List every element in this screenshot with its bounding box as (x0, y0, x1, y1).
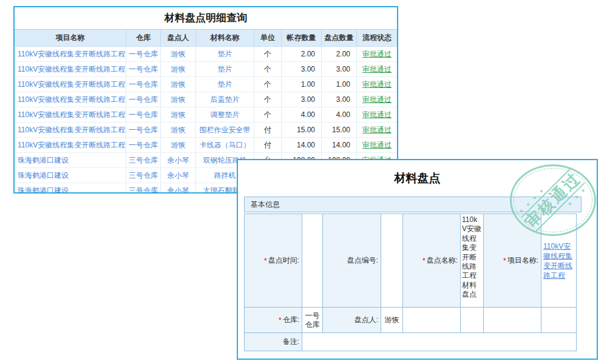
cell-project[interactable]: 110kV安徽线程集变开断线路工程 (15, 123, 126, 137)
cell-material: 围栏作业安全带 (196, 123, 254, 137)
field-inventory-name: 110kV安徽线程集变开断线路工程材料盘点 (461, 214, 484, 308)
cell-project[interactable]: 110kV安徽线程集变开断线路工程 (15, 138, 126, 152)
section-basic-info: 基本信息 (244, 197, 582, 212)
cell-count-qty: 3.00 (322, 62, 357, 76)
cell-unit: 付 (254, 123, 282, 137)
label-inventory-time-text: 盘点时间: (268, 255, 299, 266)
cell-project[interactable]: 110kV安徽线程集变开断线路工程 (15, 62, 126, 76)
cell-taker: 余小琴 (161, 153, 196, 167)
cell-status[interactable]: 审批通过 (357, 138, 397, 152)
cell-status[interactable]: 审批通过 (357, 47, 397, 61)
cell-book-qty: 15.00 (282, 123, 322, 137)
empty-cell (461, 308, 484, 333)
cell-warehouse: 一号仓库 (126, 123, 161, 137)
label-remark: 备注: (245, 333, 302, 351)
cell-unit: 个 (254, 62, 282, 76)
query-table-header-row: 项目名称 仓库 盘点人 材料名称 单位 帐存数量 盘点数量 流程状态 (15, 30, 397, 47)
column-header-material-name: 材料名称 (196, 30, 254, 46)
cell-warehouse: 一号仓库 (126, 62, 161, 76)
column-header-flow-status: 流程状态 (357, 30, 397, 46)
cell-count-qty: 2.00 (322, 47, 357, 61)
cell-count-qty: 3.00 (322, 92, 357, 107)
cell-warehouse: 三号仓库 (126, 183, 161, 194)
cell-taker: 余小琴 (161, 168, 196, 183)
cell-material: 垫片 (196, 47, 254, 61)
required-marker: * (264, 257, 267, 265)
cell-warehouse: 一号仓库 (126, 92, 161, 107)
label-inventory-code-text: 盘点编号: (347, 255, 378, 266)
basic-info-grid: * 盘点时间: 盘点编号: * 盘点名称: 110kV安徽线程集变开断线路工程材… (244, 214, 577, 351)
label-inventory-taker-text: 盘点人: (354, 315, 378, 325)
cell-taker: 游恢 (161, 47, 196, 61)
field-inventory-code[interactable] (381, 214, 403, 308)
cell-taker: 游恢 (161, 92, 196, 107)
cell-taker: 游恢 (161, 107, 196, 122)
cell-count-qty: 15.00 (322, 123, 357, 137)
cell-warehouse: 一号仓库 (126, 138, 161, 152)
table-row: 110kV安徽线程集变开断线路工程一号仓库游恢垫片个2.002.00审批通过 (15, 47, 397, 62)
cell-warehouse: 一号仓库 (126, 77, 161, 92)
column-header-count-qty: 盘点数量 (322, 30, 357, 46)
cell-material: 卡线器（马口） (196, 138, 254, 152)
cell-status[interactable]: 审批通过 (357, 107, 397, 122)
cell-status[interactable]: 审批通过 (357, 62, 397, 76)
cell-warehouse: 三号仓库 (126, 168, 161, 183)
column-header-warehouse: 仓库 (126, 30, 161, 46)
cell-project[interactable]: 110kV安徽线程集变开断线路工程 (15, 107, 126, 122)
cell-book-qty: 3.00 (282, 62, 322, 76)
cell-project[interactable]: 110kV安徽线程集变开断线路工程 (15, 47, 126, 61)
field-remark[interactable] (302, 333, 577, 351)
column-header-inventory-taker: 盘点人 (161, 30, 196, 46)
table-row: 110kV安徽线程集变开断线路工程一号仓库游恢卡线器（马口）付14.0014.0… (15, 138, 397, 153)
cell-taker: 游恢 (161, 138, 196, 152)
form-title: 材料盘点 (238, 170, 597, 186)
project-name-link[interactable]: 110kV安徽线程集变开断线路工程 (541, 241, 576, 280)
cell-project[interactable]: 珠海鹤港口建设 (15, 168, 126, 183)
empty-cell (484, 308, 541, 333)
cell-unit: 付 (254, 138, 282, 152)
cell-warehouse: 一号仓库 (126, 47, 161, 61)
cell-status[interactable]: 审批通过 (357, 123, 397, 137)
table-row: 110kV安徽线程集变开断线路工程一号仓库游恢垫片个1.001.00审批通过 (15, 77, 397, 92)
label-inventory-time: * 盘点时间: (245, 214, 302, 308)
cell-book-qty: 3.00 (282, 92, 322, 107)
table-row: 110kV安徽线程集变开断线路工程一号仓库游恢垫片个3.003.00审批通过 (15, 62, 397, 77)
table-row: 110kV安徽线程集变开断线路工程一号仓库游恢围栏作业安全带付15.0015.0… (15, 123, 397, 138)
cell-book-qty: 4.00 (282, 107, 322, 122)
cell-project[interactable]: 珠海鹤港口建设 (15, 183, 126, 194)
cell-count-qty: 4.00 (322, 107, 357, 122)
cell-project[interactable]: 110kV安徽线程集变开断线路工程 (15, 77, 126, 92)
cell-warehouse: 三号仓库 (126, 153, 161, 167)
label-project-name-text: 项目名称: (507, 255, 538, 266)
cell-taker: 游恢 (161, 123, 196, 137)
material-inventory-form-panel: 材料盘点 基本信息 * 盘点时间: 盘点编号: * 盘点名称: 110kV安徽线… (237, 159, 598, 360)
cell-material: 后盖垫片 (196, 92, 254, 107)
label-project-name: * 项目名称: (484, 214, 541, 308)
cell-project[interactable]: 110kV安徽线程集变开断线路工程 (15, 92, 126, 107)
label-inventory-taker: 盘点人: (323, 308, 381, 333)
cell-status[interactable]: 审批通过 (357, 92, 397, 107)
empty-cell (403, 308, 461, 333)
cell-project[interactable]: 珠海鹤港口建设 (15, 153, 126, 167)
cell-unit: 个 (254, 92, 282, 107)
label-inventory-name-text: 盘点名称: (427, 255, 458, 266)
table-row: 110kV安徽线程集变开断线路工程一号仓库游恢调整垫片个4.004.00审批通过 (15, 107, 397, 123)
required-marker: * (279, 316, 282, 325)
cell-status[interactable]: 审批通过 (357, 77, 397, 92)
cell-taker: 游恢 (161, 77, 196, 92)
cell-book-qty: 1.00 (282, 77, 322, 92)
cell-warehouse: 一号仓库 (126, 107, 161, 122)
label-warehouse: * 仓库: (245, 308, 302, 333)
column-header-unit: 单位 (254, 30, 282, 46)
required-marker: * (503, 257, 506, 265)
field-inventory-time[interactable] (302, 214, 323, 308)
cell-taker: 游恢 (161, 62, 196, 76)
label-inventory-name: * 盘点名称: (403, 214, 461, 308)
empty-cell (541, 308, 577, 333)
query-table-title: 材料盘点明细查询 (15, 7, 397, 30)
field-inventory-taker: 游恢 (381, 308, 403, 333)
cell-material: 垫片 (196, 62, 254, 76)
cell-count-qty: 14.00 (322, 138, 357, 152)
label-remark-text: 备注: (283, 337, 299, 347)
label-inventory-code: 盘点编号: (323, 214, 381, 308)
